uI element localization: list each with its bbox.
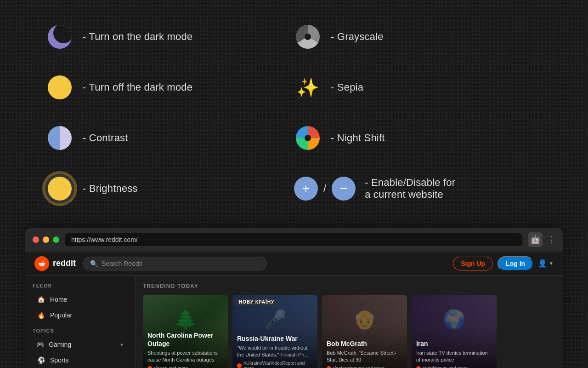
reddit-sidebar: FEEDS 🏠 Home 🔥 Popular TOPICS 🎮 Gaming ▼ [25,276,136,368]
card-nc-meta: r/news and more [154,366,188,368]
reddit-logo-text: reddit [53,259,76,268]
address-bar[interactable]: https://www.reddit.com/ [65,233,522,246]
legend-enable-disable: + / − - Enable/Disable fora current webs… [294,170,542,207]
minus-button[interactable]: − [332,177,356,201]
search-icon: 🔍 [90,260,98,267]
night-shift-icon [294,124,322,152]
trending-card-nc-power[interactable]: 🌲 North Carolina Power Outage Shootings … [143,295,228,368]
card-ru-meta-dot [237,363,242,368]
popular-icon: 🔥 [36,310,45,320]
url-text: https://www.reddit.com/ [71,236,138,243]
browser-menu-button[interactable]: ⋮ [547,235,555,245]
sports-icon: ⚽ [36,356,45,365]
extension-avatar[interactable]: 🤖 [528,232,543,247]
legend-contrast: - Contrast [46,120,294,156]
card-iran-subtitle: Iran state TV denies termination of mora… [416,350,492,363]
home-icon: 🏠 [36,295,45,304]
sidebar-home-label: Home [50,296,67,303]
legend-brightness: - Brightness [46,170,294,207]
legend-dark-mode-on-text: - Turn on the dark mode [83,31,192,43]
plus-button[interactable]: + [294,177,318,201]
legend-sepia-text: - Sepia [331,81,363,93]
trending-label: Trending today [143,283,555,289]
contrast-icon [46,124,74,152]
reddit-header: reddit 🔍 Search Reddit Sign Up Log In 👤 … [25,252,563,276]
card-nc-subtitle: Shootings at power substations cause Nor… [147,350,223,363]
card-bob-meta-dot [327,366,331,368]
close-button[interactable] [33,236,39,243]
card-ru-meta: r/UkraineWarVideoReport and more [243,361,313,368]
legend-contrast-text: - Contrast [83,132,128,144]
card-bob-meta: r/entertainment and more [333,366,384,368]
legend-area: - Turn on the dark mode - Grayscale - Tu… [0,0,588,225]
sidebar-sports-label: Sports [50,356,68,364]
legend-night-shift: - Night Shift [294,120,542,156]
traffic-lights [33,236,59,243]
card-bob-subtitle: Bob McGrath, 'Sesame Street'-Star, Dies … [327,350,402,363]
trending-card-russia-ukraine[interactable]: 🎤 НОВУ КРАЇНУ Russia-Ukraine War "We wou… [232,295,317,368]
signup-button[interactable]: Sign Up [453,257,493,270]
gaming-icon: 🎮 [36,340,44,349]
sidebar-item-home[interactable]: 🏠 Home [33,292,128,307]
card-iran-meta-dot [416,366,421,368]
topics-label: TOPICS [33,328,128,334]
legend-night-shift-text: - Night Shift [331,132,385,144]
sun-off-icon [46,74,74,101]
moon-icon [46,23,74,51]
legend-enable-disable-text: - Enable/Disable fora current website [365,177,455,201]
sidebar-item-popular[interactable]: 🔥 Popular [33,308,128,322]
plus-minus-icon: + / − [294,175,356,202]
legend-brightness-text: - Brightness [83,183,138,195]
legend-dark-mode-off: - Turn off the dark mode [46,69,294,106]
trending-cards: 🌲 North Carolina Power Outage Shootings … [143,295,555,368]
search-placeholder: Search Reddit [102,260,142,267]
sidebar-item-gaming[interactable]: 🎮 Gaming ▼ [33,337,128,352]
login-button[interactable]: Log In [498,256,533,271]
reddit-logo[interactable]: reddit [34,256,76,271]
sepia-icon: ✨ [294,74,322,101]
sidebar-item-sports[interactable]: ⚽ Sports [33,353,128,368]
legend-sepia: ✨ - Sepia [294,69,542,106]
legend-grayscale-text: - Grayscale [331,31,384,43]
trending-card-iran[interactable]: 🌍 Iran Iran state TV denies termination … [412,295,497,368]
user-icon: 👤 [538,259,547,268]
brightness-icon [46,175,74,202]
user-menu-button[interactable]: 👤 ▼ [538,259,554,268]
chevron-down-icon: ▼ [549,261,554,266]
maximize-button[interactable] [53,236,59,243]
chevron-gaming-icon: ▼ [119,342,124,347]
reddit-logo-icon [34,256,49,271]
reddit-feed: Trending today 🌲 North Carolina Power Ou… [136,276,563,368]
reddit-nav-buttons: Sign Up Log In 👤 ▼ [453,256,554,271]
sidebar-popular-label: Popular [50,311,72,319]
grayscale-icon [294,23,322,51]
browser-actions: 🤖 ⋮ [528,232,555,247]
card-nc-title: North Carolina Power Outage [147,331,223,348]
legend-grayscale: - Grayscale [294,18,542,55]
card-iran-meta: r/worldnews and more [423,366,468,368]
minimize-button[interactable] [43,236,49,243]
search-bar[interactable]: 🔍 Search Reddit [83,257,267,270]
legend-dark-mode-on: - Turn on the dark mode [46,18,294,55]
trending-card-bob-mcgrath[interactable]: 👴 Bob McGrath Bob McGrath, 'Sesame Stree… [322,295,407,368]
card-ru-subtitle: "We would be in trouble without the Unit… [237,345,313,358]
sidebar-gaming-label: Gaming [49,341,71,348]
card-ru-title: Russia-Ukraine War [237,334,313,343]
feeds-label: FEEDS [33,283,128,288]
card-nc-meta-dot [147,366,152,368]
card-bob-title: Bob McGrath [327,339,402,348]
legend-dark-mode-off-text: - Turn off the dark mode [83,81,192,93]
browser-mockup: https://www.reddit.com/ 🤖 ⋮ reddit 🔍 Se [25,228,563,368]
reddit-main: FEEDS 🏠 Home 🔥 Popular TOPICS 🎮 Gaming ▼ [25,276,563,368]
browser-toolbar: https://www.reddit.com/ 🤖 ⋮ [25,228,563,252]
card-iran-title: Iran [416,339,492,348]
